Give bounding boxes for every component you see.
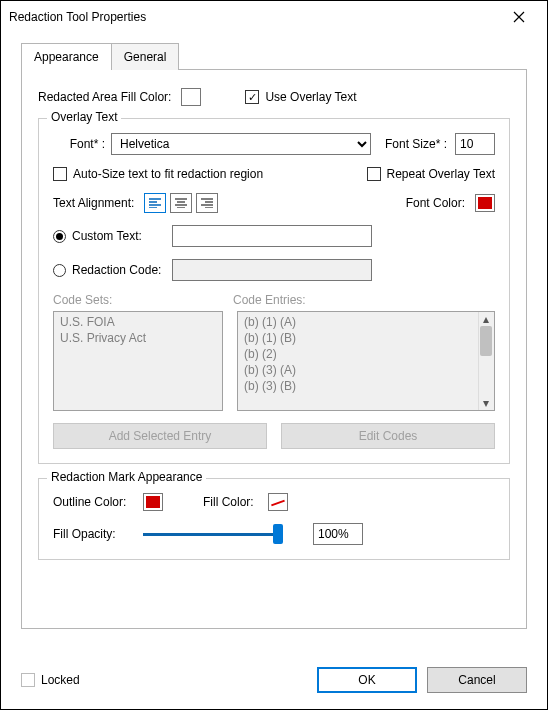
dialog: Redaction Tool Properties Appearance Gen… — [0, 0, 548, 710]
repeat-label: Repeat Overlay Text — [387, 167, 496, 181]
use-overlay-checkbox[interactable] — [245, 90, 259, 104]
font-label: Font* : — [53, 137, 105, 151]
ok-button[interactable]: OK — [317, 667, 417, 693]
font-color-label: Font Color: — [406, 196, 465, 210]
titlebar: Redaction Tool Properties — [1, 1, 547, 33]
mark-legend: Redaction Mark Appearance — [47, 470, 206, 484]
overlay-text-group: Overlay Text Font* : Helvetica Font Size… — [38, 118, 510, 464]
use-overlay-label: Use Overlay Text — [265, 90, 356, 104]
custom-text-input[interactable] — [172, 225, 372, 247]
repeat-checkbox[interactable] — [367, 167, 381, 181]
fill-color-label-mark: Fill Color: — [203, 495, 268, 509]
custom-text-radio[interactable] — [53, 230, 66, 243]
scroll-up-icon[interactable]: ▴ — [478, 312, 494, 326]
code-entries-label: Code Entries: — [233, 293, 306, 307]
code-sets-listbox[interactable]: U.S. FOIA U.S. Privacy Act — [53, 311, 223, 411]
locked-checkbox[interactable] — [21, 673, 35, 687]
opacity-slider[interactable] — [143, 524, 283, 544]
align-center-button[interactable] — [170, 193, 192, 213]
slider-thumb[interactable] — [273, 524, 283, 544]
outline-color-value — [146, 496, 160, 508]
align-left-icon — [149, 198, 161, 208]
scrollbar[interactable]: ▴ ▾ — [478, 312, 494, 410]
tab-panel-appearance: Redacted Area Fill Color: Use Overlay Te… — [21, 69, 527, 629]
no-fill-icon — [271, 496, 285, 508]
fill-color-swatch[interactable] — [181, 88, 201, 106]
content-area: Appearance General Redacted Area Fill Co… — [1, 33, 547, 649]
redaction-code-radio[interactable] — [53, 264, 66, 277]
mark-fill-color-swatch[interactable] — [268, 493, 288, 511]
tab-strip: Appearance General — [21, 43, 527, 70]
tab-general[interactable]: General — [112, 43, 180, 70]
edit-codes-button[interactable]: Edit Codes — [281, 423, 495, 449]
font-size-input[interactable] — [455, 133, 495, 155]
scroll-thumb[interactable] — [480, 326, 492, 356]
mark-appearance-group: Redaction Mark Appearance Outline Color:… — [38, 478, 510, 560]
add-selected-entry-button[interactable]: Add Selected Entry — [53, 423, 267, 449]
font-color-value — [478, 197, 492, 209]
align-right-button[interactable] — [196, 193, 218, 213]
opacity-input[interactable] — [313, 523, 363, 545]
align-center-icon — [175, 198, 187, 208]
list-item[interactable]: (b) (1) (A) — [244, 314, 476, 330]
autosize-checkbox[interactable] — [53, 167, 67, 181]
autosize-label: Auto-Size text to fit redaction region — [73, 167, 263, 181]
locked-label: Locked — [41, 673, 80, 687]
align-label: Text Alignment: — [53, 196, 134, 210]
cancel-button[interactable]: Cancel — [427, 667, 527, 693]
code-sets-label: Code Sets: — [53, 293, 233, 307]
fill-color-label: Redacted Area Fill Color: — [38, 90, 171, 104]
redaction-code-input — [172, 259, 372, 281]
close-icon — [513, 11, 525, 23]
outline-color-swatch[interactable] — [143, 493, 163, 511]
scroll-down-icon[interactable]: ▾ — [478, 396, 494, 410]
align-right-icon — [201, 198, 213, 208]
fill-color-value — [184, 91, 198, 103]
font-size-label: Font Size* : — [385, 137, 447, 151]
outline-color-label: Outline Color: — [53, 495, 143, 509]
list-item[interactable]: (b) (3) (A) — [244, 362, 476, 378]
dialog-footer: Locked OK Cancel — [21, 667, 527, 693]
redaction-code-label: Redaction Code: — [72, 263, 172, 277]
list-item[interactable]: (b) (2) — [244, 346, 476, 362]
list-item[interactable]: (b) (1) (B) — [244, 330, 476, 346]
code-entries-listbox[interactable]: (b) (1) (A) (b) (1) (B) (b) (2) (b) (3) … — [237, 311, 495, 411]
opacity-label: Fill Opacity: — [53, 527, 143, 541]
align-left-button[interactable] — [144, 193, 166, 213]
fill-color-row: Redacted Area Fill Color: Use Overlay Te… — [38, 88, 510, 106]
list-item[interactable]: (b) (3) (B) — [244, 378, 476, 394]
list-item[interactable]: U.S. Privacy Act — [60, 330, 216, 346]
font-color-swatch[interactable] — [475, 194, 495, 212]
custom-text-label: Custom Text: — [72, 229, 172, 243]
tab-appearance[interactable]: Appearance — [21, 43, 112, 70]
overlay-legend: Overlay Text — [47, 110, 121, 124]
font-select[interactable]: Helvetica — [111, 133, 371, 155]
dialog-title: Redaction Tool Properties — [9, 10, 499, 24]
close-button[interactable] — [499, 3, 539, 31]
list-item[interactable]: U.S. FOIA — [60, 314, 216, 330]
